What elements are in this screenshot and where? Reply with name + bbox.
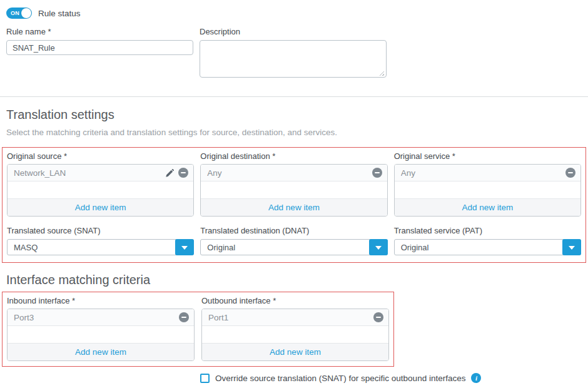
rule-status-toggle[interactable]: ON [6,8,32,19]
translated-settings-grid: Translated source (SNAT) MASQ Translated… [7,217,581,255]
selected-value: MASQ [14,243,38,252]
list-item: Any [201,165,387,181]
description-textarea-wrap [200,40,387,79]
original-source-listbox: Network_LAN Add new item [7,164,194,217]
description-field: Description [200,27,387,79]
toggle-knob [21,8,31,18]
rule-status-label: Rule status [38,9,81,18]
translated-service-label: Translated service (PAT) [394,226,581,235]
rule-name-field: Rule name * [6,27,193,79]
item-name: Any [401,168,565,178]
remove-icon[interactable] [373,312,383,322]
translated-source-column: Translated source (SNAT) MASQ [7,217,194,255]
original-source-label: Original source * [7,151,194,161]
list-item: Port3 [8,309,194,326]
original-criteria-grid: Original source * Network_LAN Add new it… [7,151,581,217]
add-new-item-button[interactable]: Add new item [395,198,580,216]
original-destination-column: Original destination * Any Add new item [200,151,387,217]
interface-matching-heading: Interface matching criteria [6,273,582,287]
original-service-column: Original service * Any Add new item [394,151,581,217]
item-name: Any [207,168,372,178]
remove-icon[interactable] [179,312,189,322]
list-spacer [202,326,388,343]
original-destination-label: Original destination * [200,151,387,161]
translated-service-column: Translated service (PAT) Original [394,217,581,255]
selected-value: Original [207,243,235,252]
translated-service-select[interactable]: Original [394,239,581,255]
translation-settings-subtitle: Select the matching criteria and transla… [6,128,582,137]
info-icon[interactable]: i [471,373,481,383]
add-new-item-button[interactable]: Add new item [202,343,388,360]
override-snat-row: Override source translation (SNAT) for s… [200,373,588,383]
description-label: Description [200,27,387,36]
list-item: Network_LAN [8,165,193,181]
translated-source-label: Translated source (SNAT) [7,226,194,235]
list-spacer [395,181,580,198]
override-snat-checkbox[interactable] [200,374,210,383]
description-textarea[interactable] [200,40,387,78]
interface-grid: Inbound interface * Port3 Add new item O… [7,296,389,361]
edit-icon[interactable] [165,168,175,178]
chevron-down-icon [569,246,575,250]
chevron-down-icon [375,246,382,250]
toggle-on-label: ON [11,10,19,16]
section-divider [0,96,588,97]
select-button[interactable] [369,239,388,255]
outbound-interface-label: Outbound interface * [201,296,389,305]
original-destination-listbox: Any Add new item [200,164,387,217]
outbound-interface-listbox: Port1 Add new item [201,309,389,361]
select-button[interactable] [175,239,194,255]
original-source-column: Original source * Network_LAN Add new it… [7,151,194,217]
add-new-item-button[interactable]: Add new item [8,198,193,216]
outbound-interface-column: Outbound interface * Port1 Add new item [201,296,389,361]
rule-name-input[interactable] [6,40,193,55]
override-snat-label: Override source translation (SNAT) for s… [215,374,465,383]
translated-destination-label: Translated destination (DNAT) [200,226,387,235]
selected-value: Original [401,243,429,252]
list-spacer [8,326,194,343]
inbound-interface-label: Inbound interface * [7,296,195,305]
add-new-item-button[interactable]: Add new item [201,198,387,216]
translation-settings-heading: Translation settings [6,108,582,122]
item-name: Port3 [14,313,179,322]
add-new-item-button[interactable]: Add new item [8,343,194,360]
item-name: Port1 [208,313,373,322]
remove-icon[interactable] [565,168,575,178]
list-spacer [8,181,193,198]
name-description-row: Rule name * Description [6,27,582,79]
translated-destination-column: Translated destination (DNAT) Original [200,217,387,255]
item-name: Network_LAN [14,168,165,178]
rule-name-label: Rule name * [6,27,193,36]
interface-matching-group: Inbound interface * Port3 Add new item O… [2,292,394,367]
original-service-label: Original service * [394,151,581,161]
translated-source-select[interactable]: MASQ [7,239,194,255]
list-item: Any [395,165,580,181]
list-item: Port1 [202,309,388,326]
list-spacer [201,181,387,198]
remove-icon[interactable] [372,168,382,178]
chevron-down-icon [181,246,188,250]
translation-settings-group: Original source * Network_LAN Add new it… [2,147,586,263]
remove-icon[interactable] [178,168,188,178]
select-button[interactable] [562,239,581,255]
translated-destination-select[interactable]: Original [200,239,387,255]
original-service-listbox: Any Add new item [394,164,581,217]
inbound-interface-column: Inbound interface * Port3 Add new item [7,296,195,361]
inbound-interface-listbox: Port3 Add new item [7,309,195,361]
rule-status-row: ON Rule status [6,8,582,19]
